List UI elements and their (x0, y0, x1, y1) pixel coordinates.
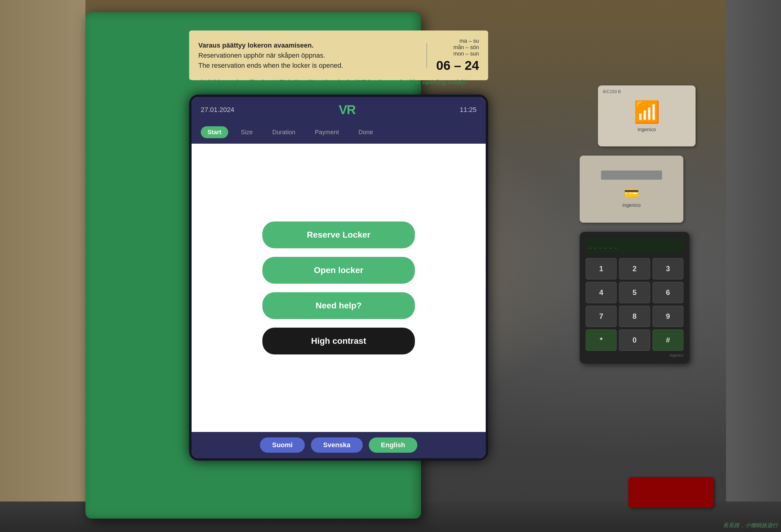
insert-reader-brand: ingenico (622, 203, 641, 208)
info-line1: Varaus päättyy lokeron avaamiseen. (198, 40, 417, 50)
key-1[interactable]: 1 (586, 258, 617, 279)
reader-brand: ingenico (638, 127, 656, 132)
screen-header: 27.01.2024 VR 11:25 (192, 97, 486, 123)
keypad-display: _ _ _ _ _ _ (589, 243, 617, 248)
key-5[interactable]: 5 (619, 282, 650, 303)
hours-display: 06 – 24 (436, 58, 479, 73)
bottom-hardware (628, 477, 714, 507)
card-slot (601, 170, 662, 180)
hours-sv: mån – sön (436, 44, 479, 51)
hours-info: ma – su mån – sön mon – sun 06 – 24 (436, 38, 479, 73)
lang-sv-button[interactable]: Svenska (311, 438, 362, 453)
tab-size[interactable]: Size (234, 126, 260, 138)
key-4[interactable]: 4 (586, 282, 617, 303)
watermark: 長長路，小懶蝸旅遊行 (723, 522, 778, 529)
keypad-screen: _ _ _ _ _ _ (586, 238, 684, 253)
receipt-notice: Ota kuitti (avauskoodi) talteen! Ta kvit… (189, 76, 488, 88)
nav-tabs: Start Size Duration Payment Done (192, 123, 486, 144)
open-locker-button[interactable]: Open locker (262, 257, 415, 284)
key-hash[interactable]: # (653, 329, 684, 351)
key-6[interactable]: 6 (653, 282, 684, 303)
reserve-locker-button[interactable]: Reserve Locker (262, 221, 415, 248)
tab-payment[interactable]: Payment (308, 126, 346, 138)
reader-model: iKC150 B (603, 89, 621, 94)
hardware-panel: iKC150 B 📶 ingenico 💳 ingenico _ _ _ _ _… (580, 85, 726, 364)
vr-logo: VR (339, 103, 355, 117)
key-7[interactable]: 7 (586, 305, 617, 327)
tab-duration[interactable]: Duration (265, 126, 302, 138)
screen-content: Reserve Locker Open locker Need help? Hi… (192, 144, 486, 432)
card-icon: 💳 (624, 186, 639, 200)
key-8[interactable]: 8 (619, 305, 650, 327)
key-9[interactable]: 9 (653, 305, 684, 327)
screen: 27.01.2024 VR 11:25 Start Size Duration … (189, 94, 488, 461)
keypad: _ _ _ _ _ _ 1 2 3 4 5 6 7 8 9 * 0 # inge… (580, 232, 690, 364)
tab-start[interactable]: Start (201, 126, 228, 138)
machine-container: Varaus päättyy lokeron avaamiseen. Reser… (0, 0, 781, 532)
contactless-reader: iKC150 B 📶 ingenico (598, 85, 696, 147)
screen-inner: 27.01.2024 VR 11:25 Start Size Duration … (192, 97, 486, 458)
key-2[interactable]: 2 (619, 258, 650, 279)
hours-en: mon – sun (436, 51, 479, 57)
right-wall (726, 0, 781, 532)
keypad-grid: 1 2 3 4 5 6 7 8 9 * 0 # (586, 258, 684, 351)
contactless-icon: 📶 (634, 99, 660, 124)
card-insert-reader: 💳 ingenico (580, 156, 684, 223)
lang-en-button[interactable]: English (369, 438, 417, 453)
info-divider (426, 43, 427, 68)
info-text: Varaus päättyy lokeron avaamiseen. Reser… (198, 40, 417, 71)
hours-fi: ma – su (436, 38, 479, 44)
keypad-brand: ingenico (586, 353, 684, 358)
left-wall (0, 0, 85, 532)
info-line3: The reservation ends when the locker is … (198, 60, 417, 71)
screen-date: 27.01.2024 (201, 106, 234, 114)
lang-fi-button[interactable]: Suomi (260, 438, 305, 453)
key-3[interactable]: 3 (653, 258, 684, 279)
high-contrast-button[interactable]: High contrast (262, 328, 415, 355)
machine-panel: Varaus päättyy lokeron avaamiseen. Reser… (85, 12, 421, 519)
screen-time: 11:25 (460, 106, 477, 114)
key-star[interactable]: * (586, 329, 617, 351)
tab-done[interactable]: Done (352, 126, 380, 138)
language-bar: Suomi Svenska English (192, 432, 486, 458)
info-banner: Varaus päättyy lokeron avaamiseen. Reser… (189, 31, 488, 80)
need-help-button[interactable]: Need help? (262, 292, 415, 319)
key-0[interactable]: 0 (619, 329, 650, 351)
info-line2: Reservationen upphör när skåpen öppnas. (198, 50, 417, 60)
